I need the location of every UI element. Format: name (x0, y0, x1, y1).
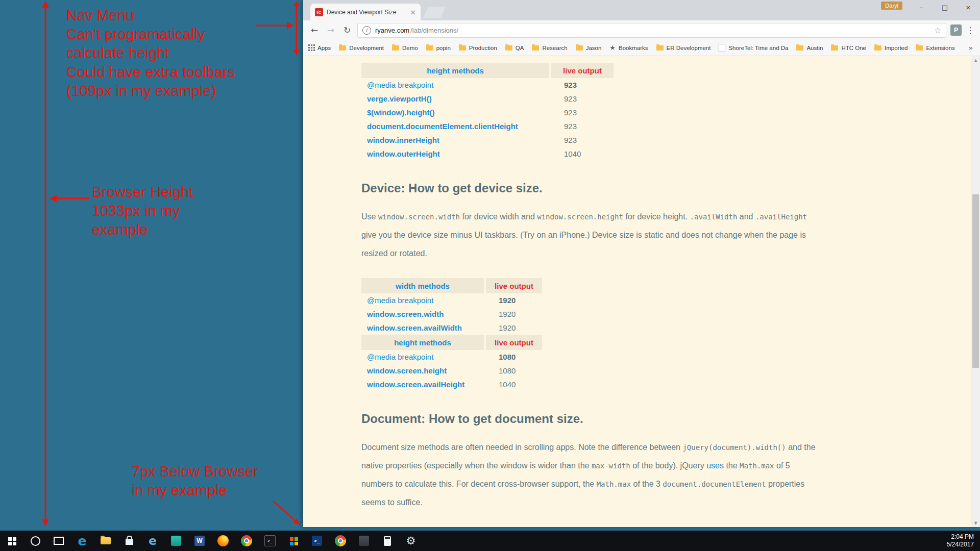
header-height-methods: height methods (361, 63, 549, 78)
internet-explorer-button[interactable]: e (141, 531, 164, 551)
bookmark-item-bookmarks[interactable]: ★Bookmarks (606, 42, 651, 53)
close-button[interactable]: × (957, 0, 980, 15)
device-heading: Device: How to get device size. (361, 181, 980, 195)
method-link[interactable]: verge.viewportH() (367, 94, 432, 103)
chrome-button-2[interactable] (329, 531, 352, 551)
method-link[interactable]: window.innerHeight (367, 136, 439, 144)
settings-button[interactable]: ⚙ (399, 531, 423, 551)
annotation-line: Browser Height (92, 183, 193, 202)
cortana-button[interactable] (23, 531, 47, 551)
page-scrollbar[interactable]: ▲ ▼ (971, 56, 980, 527)
minimize-button[interactable]: – (910, 0, 933, 15)
page-icon (719, 44, 725, 52)
task-view-button[interactable] (47, 531, 70, 551)
bookmark-item-er-development[interactable]: ER Development (653, 43, 715, 53)
tab-close-icon[interactable]: × (410, 9, 416, 16)
bookmark-item-shoretel[interactable]: ShoreTel: Time and Da (715, 42, 792, 54)
window-controls: – □ × (910, 0, 980, 15)
bookmark-item-apps[interactable]: Apps (307, 43, 334, 53)
annotation-line: Can't programatically (66, 25, 235, 44)
powershell-button[interactable]: >_ (305, 531, 329, 551)
folder-icon (392, 45, 399, 51)
firefox-button[interactable] (211, 531, 235, 551)
chrome-menu-icon[interactable]: ⋮ (966, 25, 975, 35)
bookmark-item-demo[interactable]: Demo (388, 43, 422, 53)
task-view-icon (54, 537, 64, 545)
new-tab-button[interactable] (423, 7, 446, 18)
edge-browser-button[interactable]: e (70, 531, 94, 551)
maximize-button[interactable]: □ (933, 0, 957, 15)
back-icon[interactable]: ← (308, 25, 321, 35)
header-live-output: live output (551, 63, 614, 78)
generic-app-button[interactable] (352, 531, 376, 551)
tab-strip: R: Device and Viewport Size × Daryl – □ … (303, 0, 980, 20)
store-button[interactable] (117, 531, 141, 551)
bookmark-star-icon[interactable]: ☆ (934, 26, 941, 35)
bookmark-label: Jason (586, 45, 602, 51)
file-explorer-button[interactable] (94, 531, 117, 551)
bookmark-item-htc-one[interactable]: HTC One (827, 43, 870, 53)
uses-link[interactable]: uses (706, 461, 724, 470)
method-link[interactable]: window.screen.width (367, 310, 444, 318)
start-button[interactable] (0, 531, 23, 551)
store-bag-icon (126, 539, 133, 545)
method-link[interactable]: $(window).height() (367, 108, 434, 117)
edge-icon: e (78, 535, 87, 547)
address-toolbar: ← → ↻ i ryanve.com/lab/dimensions/ ☆ P ⋮ (303, 20, 980, 40)
teal-app-button[interactable] (164, 531, 188, 551)
bookmark-item-popin[interactable]: popin (423, 43, 454, 53)
header-live-output: live output (486, 335, 542, 350)
bookmark-label: HTC One (841, 45, 866, 51)
cortana-circle-icon (31, 536, 40, 546)
device-size-table: width methods live output @media breakpo… (361, 278, 980, 391)
word-icon: W (194, 536, 205, 546)
text-segment: and (737, 212, 755, 221)
annotation-line: 1033px in my (92, 202, 193, 220)
code-segment: document.documentElement (663, 480, 766, 488)
bookmark-item-jason[interactable]: Jason (572, 43, 605, 53)
bookmark-item-research[interactable]: Research (528, 43, 571, 53)
file-explorer-icon (101, 537, 111, 544)
method-value: 923 (564, 108, 577, 117)
bookmarks-overflow-icon[interactable]: » (965, 44, 976, 52)
table-row: window.screen.height 1080 (361, 364, 980, 378)
address-bar[interactable]: i ryanve.com/lab/dimensions/ ☆ (357, 23, 946, 38)
taskbar-clock[interactable]: 2:04 PM 5/24/2017 (947, 533, 980, 548)
bookmark-item-austin[interactable]: Austin (793, 43, 826, 53)
method-link[interactable]: window.screen.height (367, 366, 447, 375)
office-app-button[interactable] (282, 531, 305, 551)
chrome-button[interactable] (235, 531, 258, 551)
scrollbar-thumb[interactable] (972, 194, 979, 368)
bookmarks-bar: Apps Development Demo popin Production Q… (303, 40, 980, 56)
ms-grid-icon (290, 537, 293, 541)
method-link[interactable]: document.documentElement.clientHeight (367, 122, 518, 131)
folder-icon (459, 45, 466, 51)
code-segment: max-width (592, 462, 630, 470)
code-segment: Math.max (740, 462, 774, 470)
extension-icon[interactable]: P (950, 24, 962, 36)
calculator-button[interactable] (376, 531, 399, 551)
method-value: 923 (564, 94, 577, 103)
forward-icon[interactable]: → (325, 25, 337, 35)
star-icon: ★ (609, 44, 616, 52)
bookmark-item-qa[interactable]: QA (502, 43, 528, 53)
chrome-icon (241, 535, 252, 546)
bookmark-item-extensions[interactable]: Extensions (912, 43, 958, 53)
terminal-button[interactable]: >_ (258, 531, 282, 551)
scroll-up-icon[interactable]: ▲ (971, 56, 980, 64)
method-link[interactable]: window.outerHeight (367, 149, 440, 158)
folder-icon (576, 45, 583, 51)
method-link[interactable]: window.screen.availHeight (367, 380, 464, 389)
page-info-icon[interactable]: i (362, 26, 371, 35)
word-button[interactable]: W (188, 531, 211, 551)
bookmark-label: Apps (317, 45, 331, 51)
browser-tab[interactable]: R: Device and Viewport Size × (310, 4, 421, 20)
bookmark-item-development[interactable]: Development (335, 43, 387, 53)
viewport-height-table: height methods live output @media breakp… (361, 63, 980, 161)
user-badge: Daryl (881, 2, 902, 10)
scroll-down-icon[interactable]: ▼ (971, 519, 980, 527)
refresh-icon[interactable]: ↻ (341, 25, 353, 35)
method-link[interactable]: window.screen.availWidth (367, 323, 462, 332)
bookmark-item-production[interactable]: Production (455, 43, 501, 53)
bookmark-item-imported[interactable]: Imported (871, 43, 911, 53)
